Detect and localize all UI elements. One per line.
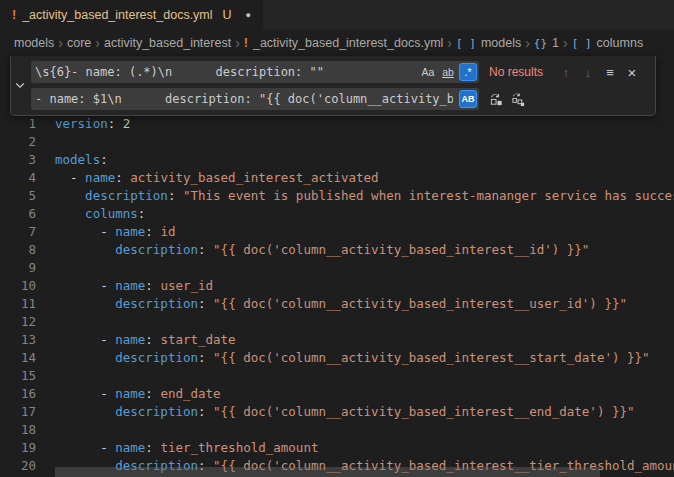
line-number: 4 xyxy=(0,169,36,187)
code-text: description: "{{ doc('column__activity_b… xyxy=(55,403,635,421)
breadcrumb-separator: › xyxy=(447,36,452,50)
code-text: description: "{{ doc('column__activity_b… xyxy=(55,349,650,367)
line-number: 16 xyxy=(0,385,36,403)
find-widget: Aa ab .* No results ↑ ↓ ≡ × AB xyxy=(10,56,656,116)
breadcrumb-separator: › xyxy=(563,36,568,50)
selection-icon: ≡ xyxy=(606,65,614,80)
regex-toggle[interactable]: .* xyxy=(459,63,477,81)
warning-icon: ! xyxy=(244,36,248,50)
replace-all-button[interactable] xyxy=(507,88,529,110)
line-number: 2 xyxy=(0,133,36,151)
breadcrumb-label: _activity_based_interest_docs.yml xyxy=(253,36,443,50)
match-case-toggle[interactable]: Aa xyxy=(419,63,437,81)
horizontal-scrollbar[interactable] xyxy=(55,467,674,477)
replace-all-icon xyxy=(511,92,526,107)
line-number: 19 xyxy=(0,439,36,457)
breadcrumb-label: core xyxy=(67,36,91,50)
line-number: 5 xyxy=(0,187,36,205)
git-status-badge: U xyxy=(223,8,232,22)
symbol-icon: [ ] xyxy=(572,37,592,50)
dirty-indicator-icon[interactable]: ● xyxy=(246,10,251,20)
breadcrumb-item[interactable]: core xyxy=(67,36,91,50)
code-text: version: 2 xyxy=(55,115,130,133)
line-number: 9 xyxy=(0,259,36,277)
editor[interactable]: 1version: 223models:4 - name: activity_b… xyxy=(0,56,674,477)
replace-row: AB xyxy=(31,88,647,110)
code-line[interactable]: 16 - name: end_date xyxy=(0,385,674,403)
symbol-icon: [ ] xyxy=(456,37,476,50)
line-number: 6 xyxy=(0,205,36,223)
find-results-count: No results xyxy=(489,65,555,79)
breadcrumb-item[interactable]: !_activity_based_interest_docs.yml xyxy=(244,36,444,50)
code-text: - name: id xyxy=(55,223,175,241)
code-text: - name: tier_threshold_amount xyxy=(55,439,318,457)
breadcrumb-separator: › xyxy=(235,36,240,50)
code-line[interactable]: 11 description: "{{ doc('column__activit… xyxy=(0,295,674,313)
line-number: 17 xyxy=(0,403,36,421)
tab-bar: ! _activity_based_interest_docs.yml U ● xyxy=(0,0,674,30)
find-in-selection-button[interactable]: ≡ xyxy=(599,61,621,83)
line-number: 8 xyxy=(0,241,36,259)
breadcrumb-item[interactable]: models xyxy=(14,36,54,50)
line-number: 1 xyxy=(0,115,36,133)
breadcrumb-label: models xyxy=(14,36,54,50)
scrollbar-slider[interactable] xyxy=(55,467,600,477)
code-text: columns: xyxy=(55,205,145,223)
vscode-window: ! _activity_based_interest_docs.yml U ● … xyxy=(0,0,674,477)
whole-word-icon: ab xyxy=(442,66,454,78)
line-number: 18 xyxy=(0,421,36,439)
code-line[interactable]: 1version: 2 xyxy=(0,115,674,133)
breadcrumb-item[interactable]: {}1 xyxy=(534,36,559,50)
code-text: - name: user_id xyxy=(55,277,213,295)
breadcrumb-label: columns xyxy=(597,36,644,50)
find-row: Aa ab .* No results ↑ ↓ ≡ × xyxy=(31,61,647,83)
line-number: 10 xyxy=(0,277,36,295)
find-input[interactable] xyxy=(31,61,479,83)
breadcrumb-item[interactable]: [ ]columns xyxy=(572,36,643,50)
arrow-down-icon: ↓ xyxy=(585,65,592,80)
code-text: description: "This event is published wh… xyxy=(55,187,674,205)
code-text: - name: activity_based_interest_activate… xyxy=(55,169,379,187)
close-find-button[interactable]: × xyxy=(621,61,643,83)
breadcrumb-label: models xyxy=(481,36,521,50)
code-line[interactable]: 19 - name: tier_threshold_amount xyxy=(0,439,674,457)
toggle-replace-button[interactable] xyxy=(11,56,29,115)
line-number: 12 xyxy=(0,313,36,331)
code-line[interactable]: 3models: xyxy=(0,151,674,169)
replace-input[interactable] xyxy=(31,88,479,110)
tab-filename: _activity_based_interest_docs.yml xyxy=(22,8,212,22)
code-line[interactable]: 7 - name: id xyxy=(0,223,674,241)
breadcrumb-item[interactable]: activity_based_interest xyxy=(104,36,231,50)
editor-tab[interactable]: ! _activity_based_interest_docs.yml U ● xyxy=(0,0,263,30)
next-match-button[interactable]: ↓ xyxy=(577,61,599,83)
line-number: 11 xyxy=(0,295,36,313)
replace-button[interactable] xyxy=(485,88,507,110)
code-line[interactable]: 18 xyxy=(0,421,674,439)
line-number: 3 xyxy=(0,151,36,169)
line-number: 7 xyxy=(0,223,36,241)
arrow-up-icon: ↑ xyxy=(563,65,570,80)
breadcrumb-item[interactable]: [ ]models xyxy=(456,36,521,50)
code-line[interactable]: 6 columns: xyxy=(0,205,674,223)
previous-match-button[interactable]: ↑ xyxy=(555,61,577,83)
breadcrumb: models›core›activity_based_interest›!_ac… xyxy=(0,30,674,56)
breadcrumb-separator: › xyxy=(95,36,100,50)
line-number: 13 xyxy=(0,331,36,349)
code-line[interactable]: 12 xyxy=(0,313,674,331)
code-text: - name: start_date xyxy=(55,331,236,349)
preserve-case-toggle[interactable]: AB xyxy=(459,90,477,108)
code-line[interactable]: 9 xyxy=(0,259,674,277)
code-line[interactable]: 17 description: "{{ doc('column__activit… xyxy=(0,403,674,421)
code-line[interactable]: 10 - name: user_id xyxy=(0,277,674,295)
code-line[interactable]: 15 xyxy=(0,367,674,385)
code-line[interactable]: 5 description: "This event is published … xyxy=(0,187,674,205)
code-text: description: "{{ doc('column__activity_b… xyxy=(55,295,627,313)
breadcrumb-separator: › xyxy=(525,36,530,50)
code-line[interactable]: 8 description: "{{ doc('column__activity… xyxy=(0,241,674,259)
code-line[interactable]: 2 xyxy=(0,133,674,151)
code-line[interactable]: 13 - name: start_date xyxy=(0,331,674,349)
code-line[interactable]: 4 - name: activity_based_interest_activa… xyxy=(0,169,674,187)
code-line[interactable]: 14 description: "{{ doc('column__activit… xyxy=(0,349,674,367)
whole-word-toggle[interactable]: ab xyxy=(439,63,457,81)
line-number: 15 xyxy=(0,367,36,385)
